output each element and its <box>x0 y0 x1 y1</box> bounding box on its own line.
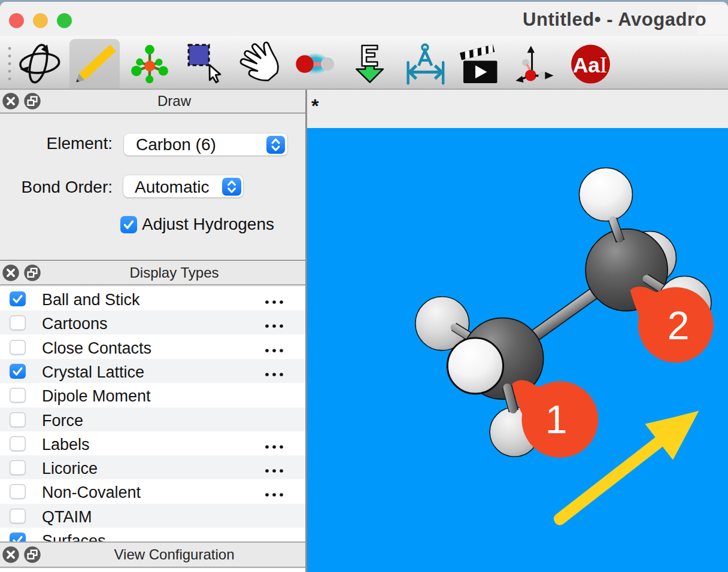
svg-text:1: 1 <box>545 397 568 442</box>
svg-text:AaI: AaI <box>573 53 607 77</box>
svg-text:2: 2 <box>668 303 690 348</box>
